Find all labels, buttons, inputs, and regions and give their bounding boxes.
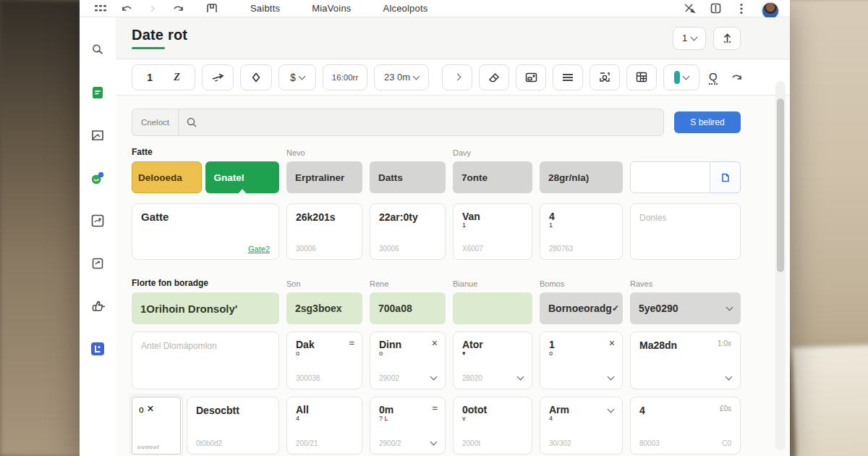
filter-scope-label[interactable]: Cneloct — [132, 109, 178, 136]
side-panel-icon[interactable] — [709, 3, 722, 14]
cell-image-button[interactable] — [516, 64, 546, 90]
green-cell[interactable]: 2sg3boex — [286, 292, 362, 324]
gray-cell-checked[interactable]: Bornoeoradg ✓ — [540, 292, 623, 324]
field-card[interactable]: Arm 4 30/302 — [540, 397, 623, 455]
field-card[interactable]: Donles — [630, 203, 741, 260]
scrollbar-thumb[interactable] — [777, 98, 784, 272]
app-window: Saibtts MiaVoins Alceolpots — [80, 0, 790, 456]
indent-button[interactable] — [442, 64, 472, 90]
field-card[interactable]: Dinn o × 29002 — [370, 332, 446, 389]
currency-format-button[interactable]: $ — [278, 64, 316, 90]
field-card[interactable]: 4 £0s 80003 C0 — [630, 397, 741, 455]
status-chip-green[interactable]: Gnatel — [205, 161, 280, 193]
align-button[interactable] — [553, 64, 583, 90]
chevron-down-icon[interactable] — [608, 406, 615, 413]
field-card[interactable]: 0otot v 2000t — [453, 397, 532, 455]
status-chip-yellow[interactable]: Delooeda — [132, 161, 202, 193]
strike-arrow-icon — [211, 72, 224, 83]
color-picker-button[interactable] — [663, 64, 699, 90]
field-card[interactable]: Van 1 X6007 — [453, 203, 532, 260]
thumbs-up-icon[interactable] — [90, 298, 106, 314]
field-card[interactable]: All 4 200/21 — [286, 397, 362, 455]
chevron-area — [608, 402, 613, 414]
blue-app-icon[interactable] — [90, 341, 106, 357]
field-card[interactable]: Dak o = 300038 — [286, 332, 362, 389]
gray-cell-dropdown[interactable]: 5ye0290 — [630, 292, 741, 324]
status-chip[interactable]: 28gr/nla) — [540, 161, 623, 193]
field-card[interactable]: 0m ? L = 2900/2 — [370, 397, 446, 455]
redo-curl-button[interactable] — [727, 64, 746, 90]
eraser-button[interactable] — [479, 64, 509, 90]
field-card[interactable]: Desocbtt 0t0b0d2 — [187, 397, 279, 455]
card-tag: £0s — [720, 405, 731, 413]
small-frame-icon[interactable] — [90, 256, 106, 271]
field-card[interactable]: Gatte Gate2 — [132, 203, 279, 260]
search-icon — [186, 117, 197, 128]
card-value: 4 — [639, 405, 645, 416]
save-icon[interactable] — [205, 3, 218, 14]
field-card[interactable]: Ma28dn 1:0x — [630, 332, 741, 389]
status-chip[interactable]: Erptraliner — [286, 161, 362, 193]
status-chip[interactable]: 7onte — [453, 161, 532, 193]
fill-color-button[interactable] — [240, 64, 272, 90]
status-chip[interactable]: Datts — [370, 161, 446, 193]
text-color-button[interactable]: Q — [706, 64, 720, 90]
field-card[interactable]: 4 1 280763 — [540, 203, 623, 260]
vertical-scrollbar[interactable] — [775, 81, 786, 450]
chevron-down-icon[interactable] — [726, 373, 733, 381]
undo-icon[interactable] — [120, 3, 133, 14]
menu-lines-icon — [562, 73, 574, 82]
card-sub: 2900/2 — [379, 439, 401, 447]
status-badge-icon[interactable] — [90, 170, 106, 186]
time-format-button[interactable]: 16:00rr — [323, 64, 367, 90]
zoom-level-button[interactable]: 23 0m — [374, 64, 429, 90]
apps-grid-icon[interactable] — [94, 3, 107, 14]
strikethrough-button[interactable] — [202, 64, 234, 90]
menu-item-3[interactable]: Alceolpots — [383, 3, 428, 14]
search-field[interactable] — [178, 109, 664, 136]
chevron-down-icon[interactable] — [430, 439, 438, 446]
menu-item-1[interactable]: Saibtts — [250, 3, 280, 14]
copy-page-button[interactable] — [710, 161, 741, 193]
mini-card-selected[interactable]: o × uuoout — [132, 397, 181, 455]
card-mark: ? L — [379, 415, 436, 421]
search-tool-icon[interactable] — [90, 42, 106, 58]
green-cell[interactable]: 700a08 — [370, 292, 446, 324]
chevron-down-icon[interactable] — [517, 373, 524, 381]
page-selector-button[interactable]: 1 — [673, 27, 706, 50]
bold-italic-button[interactable]: 1 Z — [132, 64, 195, 90]
empty-input[interactable] — [630, 161, 710, 193]
field-card[interactable]: 26k201s 30006 — [286, 203, 362, 260]
menu-item-2[interactable]: MiaVoins — [312, 3, 351, 14]
frame-note-icon[interactable] — [90, 213, 106, 229]
field-card[interactable]: Antel Dlomàpomlon — [132, 332, 279, 389]
card-mark: o — [379, 350, 436, 356]
field-card[interactable]: 1 o × — [540, 332, 623, 389]
card-link[interactable]: Gate2 — [248, 245, 270, 253]
dollar-icon: $ — [290, 72, 296, 83]
search-input[interactable] — [203, 117, 656, 128]
field-card[interactable]: Ator ▾ 28020 — [453, 332, 532, 389]
card-value: o — [139, 405, 144, 415]
field-card[interactable]: 22ar:0ty 30006 — [370, 203, 446, 260]
redo-icon[interactable] — [172, 3, 185, 14]
field-label: Bomos — [540, 279, 623, 288]
layout-button[interactable] — [626, 64, 657, 90]
grid-person-icon — [599, 72, 610, 83]
flag-inbox-icon[interactable] — [90, 127, 106, 143]
green-cell[interactable]: 1Orihoin Dronsoly' — [132, 292, 279, 324]
sheets-doc-icon[interactable] — [90, 85, 106, 101]
card-sub: 29002 — [379, 374, 399, 382]
close-icon[interactable]: × — [609, 337, 615, 349]
close-icon[interactable]: × — [432, 337, 438, 349]
chevron-down-icon[interactable] — [430, 373, 438, 381]
green-cell-empty[interactable] — [453, 292, 532, 324]
kebab-menu-icon[interactable] — [735, 3, 748, 14]
chevron-down-icon[interactable] — [608, 373, 615, 381]
close-icon[interactable]: × — [147, 402, 153, 415]
share-export-button[interactable] — [713, 27, 741, 50]
data-view-button[interactable] — [590, 64, 620, 90]
submit-button[interactable]: S belired — [674, 111, 741, 133]
pen-slash-icon[interactable] — [683, 3, 696, 14]
cell-value: 5ye0290 — [639, 303, 678, 314]
